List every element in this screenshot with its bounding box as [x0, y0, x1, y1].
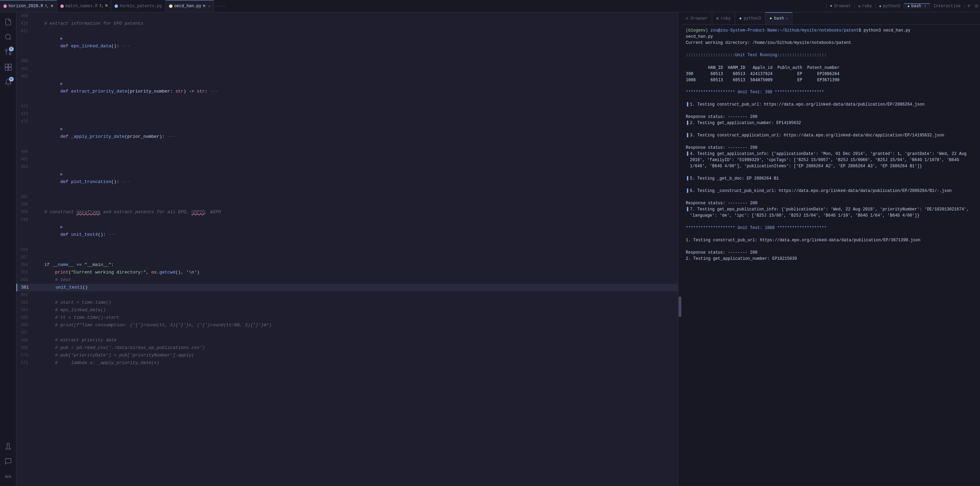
code-line-481: 481: [16, 156, 678, 163]
terminal-blank-11: [686, 219, 976, 225]
new-tab-button[interactable]: +: [964, 3, 974, 9]
tab-interactive-label: Interactive: [933, 4, 961, 9]
code-line-563: 563 # start = time.time(): [16, 299, 678, 307]
line-content-561: unit_test1(): [34, 284, 678, 291]
code-line-510: 510 ▶ def unit_test4(): ···: [16, 216, 678, 246]
editor-scrollbar[interactable]: [678, 12, 682, 486]
code-line-565: 565 # tt = time.time()-start: [16, 314, 678, 321]
collapse-arrow-452[interactable]: ▶: [60, 81, 63, 86]
terminal-unit-390-header: ******************** Unit Test: 390 ****…: [686, 89, 976, 95]
terminal-tab-bash-close[interactable]: ✕: [786, 16, 788, 21]
activity-icon-chat[interactable]: [2, 454, 15, 468]
code-line-558: 558 if __name__ == "__main__":: [16, 261, 678, 269]
line-content-570: # pub['priorityDate'] = pub['priorityNum…: [33, 352, 678, 359]
code-line-475: 475 ▶ def _apply_priority_date(prior_num…: [16, 118, 678, 148]
terminal-tab-python3-label: python3: [744, 16, 761, 21]
test-2-text: 2. Testing get_application_number: EP141…: [690, 120, 801, 126]
terminal-command: python3 oecd_han.py: [864, 28, 911, 33]
tab-bash-label: bash: [912, 4, 921, 9]
terminal-test-7: ▐ 7. Testing get_epo_publication_info: {…: [686, 206, 976, 219]
code-line-557: 557: [16, 254, 678, 261]
code-line-411: 411 ▶ def epo_linked_data(): ···: [16, 27, 678, 57]
tab-horbis[interactable]: horbis_patents.py: [111, 0, 165, 12]
editor-scrollbar-thumb[interactable]: [679, 297, 681, 317]
svg-rect-5: [5, 64, 8, 67]
terminal-blank-9: [686, 182, 976, 188]
line-num-569: 569: [16, 344, 33, 352]
terminal-tab-browser[interactable]: ○ 3rowser: [682, 12, 712, 24]
line-num-473: 473: [16, 103, 33, 110]
terminal-tab-python3[interactable]: ◆ python3: [735, 12, 766, 24]
terminal-tab-ruby[interactable]: ◇ ruby: [712, 12, 735, 24]
terminal-unit-test-header: ::::::::::::::::::::Unit Test Running:::…: [686, 52, 976, 58]
line-content-560: # test: [33, 276, 678, 284]
line-num-561: 561: [17, 284, 34, 291]
line-content-475: ▶ def _apply_priority_date(prior_number)…: [33, 118, 678, 148]
collapse-arrow-482[interactable]: ▶: [60, 172, 63, 177]
line-num-571: 571: [16, 359, 33, 367]
line-num-570: 570: [16, 352, 33, 359]
tab-bash-close[interactable]: ✕: [924, 4, 926, 8]
code-line-569: 569 # pub = pd.read_csv('./data/airbus_e…: [16, 344, 678, 352]
indicator-5: ▐: [686, 175, 689, 182]
line-num-567: 567: [16, 329, 33, 337]
code-line-567: 567: [16, 329, 678, 337]
activity-icon-extensions[interactable]: [2, 60, 15, 74]
terminal-test-5: ▐ 5. Testing _get_b_doc: EP 2886264 B1: [686, 175, 976, 182]
tab-oecd[interactable]: oecd_han.py M ✕: [165, 0, 214, 12]
browser-terminal-icon: ○: [686, 16, 688, 21]
ruby-terminal-icon: ◇: [716, 16, 719, 21]
line-num-510: 510: [16, 216, 33, 224]
indicator-7: ▐: [686, 206, 689, 213]
line-content-410: # extract information for EPO patents: [33, 20, 678, 27]
terminal-test-3: ▐ 3. Testing construct_application_url: …: [686, 132, 976, 138]
line-num-565: 565: [16, 314, 33, 321]
source-control-badge: 7: [9, 47, 14, 51]
py-file-icon2: [169, 5, 172, 8]
activity-icon-notifications[interactable]: 1: [2, 75, 15, 89]
line-content-559: print("Current working directory:", os.g…: [33, 269, 678, 276]
activity-icon-source-control[interactable]: 7: [2, 45, 15, 59]
line-num-509: 509: [16, 208, 33, 216]
collapse-arrow-475[interactable]: ▶: [60, 127, 63, 132]
code-line-564: 564 # epo_linked_data(): [16, 307, 678, 314]
tab-horizon[interactable]: horizon_2020.R 7, M: [0, 0, 57, 12]
tab-oecd-close[interactable]: ✕: [208, 4, 210, 8]
terminal-output-cwd: Current working directory: /home/zou/Git…: [686, 40, 976, 46]
terminal-unit-1008-header: ******************** Unit Test: 1008 ***…: [686, 225, 976, 231]
ruby-icon: ◇: [858, 4, 860, 8]
line-num-508: 508: [16, 201, 33, 208]
activity-icon-flask[interactable]: [2, 439, 15, 453]
activity-icon-search[interactable]: [2, 30, 15, 44]
line-num-559: 559: [16, 269, 33, 276]
r-file-icon2: [60, 5, 64, 8]
tab-horizon-badge: 7, M: [45, 5, 53, 8]
test-1008-1-text: 1. Testing construct_pub_url: https://da…: [686, 237, 920, 243]
line-num-410: 410: [16, 20, 33, 27]
terminal-tabs: ○ 3rowser ◇ ruby ◆ python3 ● bash ✕: [682, 12, 980, 25]
collapse-arrow-411[interactable]: ▶: [60, 36, 63, 41]
bash-terminal-icon: ●: [770, 16, 772, 21]
tab-more-button[interactable]: ···: [214, 3, 228, 9]
terminal-output-filename: oecd_han.py: [686, 33, 976, 40]
test-6-text: 6. Testing _construct_pub_kind_url: http…: [690, 188, 951, 194]
terminal-blank-3: [686, 83, 976, 89]
terminal-response-1: Response status: -------- 200: [686, 114, 976, 120]
tab-bash[interactable]: ◆ bash ✕: [904, 3, 930, 9]
indicator-6: ▐: [686, 188, 689, 194]
line-num-562: 562: [16, 291, 33, 299]
terminal-prompt-env: (blogenv): [686, 28, 711, 33]
tab-layout-button[interactable]: ⊟: [973, 3, 980, 9]
code-line-409: 409: [16, 12, 678, 20]
terminal-prompt-dollar: $: [859, 28, 864, 33]
activity-icon-files[interactable]: [2, 15, 15, 29]
tab-ruby[interactable]: ◇ ruby: [855, 4, 876, 9]
tab-browser[interactable]: ● 3rowser: [827, 4, 855, 9]
svg-point-0: [5, 34, 10, 40]
tab-python3[interactable]: ◆ python3: [876, 4, 904, 9]
tab-interactive[interactable]: Interactive: [930, 4, 964, 9]
tab-match[interactable]: match_names.R 7, M: [57, 0, 111, 12]
terminal-tab-bash[interactable]: ● bash ✕: [765, 12, 792, 24]
activity-icon-tex[interactable]: TeX: [2, 470, 15, 483]
collapse-arrow-510[interactable]: ▶: [60, 224, 63, 230]
